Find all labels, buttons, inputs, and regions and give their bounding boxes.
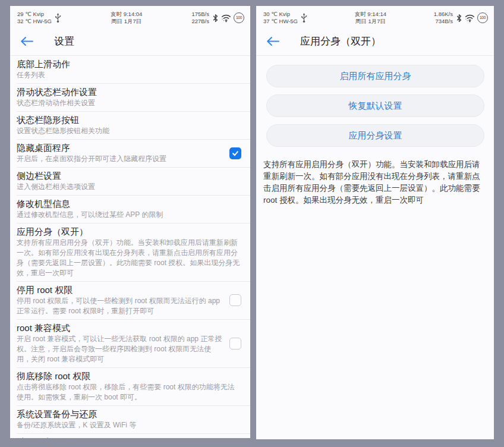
action-button-label: 恢复默认设置 xyxy=(349,100,402,112)
back-arrow-icon xyxy=(20,36,33,46)
page-title: 设置 xyxy=(54,34,74,48)
battery-percent: 100 xyxy=(236,14,242,22)
check-icon xyxy=(231,149,240,158)
settings-list-item[interactable]: 停用 root 权限 停用 root 权限后，可以使一些检测到 root 权限而… xyxy=(10,282,250,319)
settings-list: 底部上滑动作 任务列表 滑动状态栏动作设置 状态栏滑动动作相关设置 状态栏隐形按… xyxy=(10,56,250,438)
item-title: 停用 root 权限 xyxy=(17,284,225,296)
settings-list-item[interactable]: root 兼容模式 开启 root 兼容模式，可以让一些无法获取 root 权限… xyxy=(10,320,250,367)
item-checkbox[interactable] xyxy=(229,147,241,159)
settings-list-item[interactable]: 底部上滑动作 任务列表 xyxy=(10,56,250,83)
settings-list-item[interactable]: 修改机型信息 通过修改机型信息，可以绕过某些 APP 的限制 xyxy=(10,196,250,223)
item-title: 隐藏桌面程序 xyxy=(17,142,225,154)
status-bar: 29 ℃ Kvip 32 ℃ HW-5G 亥时 9:14:04 周日 1月7日 … xyxy=(10,6,250,27)
clock-date: 亥时 9:14:04 周日 1月7日 xyxy=(111,11,142,26)
network-speed: 175B/s 227B/s xyxy=(191,11,209,26)
item-description: 设置状态栏隐形按钮相关功能 xyxy=(17,126,241,136)
settings-list-item[interactable]: 应用分身（双开） 支持所有应用启用分身（双开）功能。当安装和卸载应用后请重新刷新… xyxy=(10,224,250,281)
battery-percent: 100 xyxy=(480,14,486,22)
item-description: 停用 root 权限后，可以使一些检测到 root 权限而无法运行的 app 正… xyxy=(17,296,225,316)
wifi-icon xyxy=(464,14,475,23)
item-description: 任务列表 xyxy=(17,70,241,80)
back-button[interactable] xyxy=(20,36,34,48)
item-title: 滑动状态栏动作设置 xyxy=(17,86,241,98)
wifi-icon xyxy=(220,14,232,23)
settings-list-item[interactable]: 系统设置备份与还原 备份/还原系统设置，K 设置及 WiFi 等 xyxy=(10,406,250,433)
bluetooth-icon xyxy=(456,14,462,23)
battery-icon: 100 xyxy=(234,12,244,23)
item-title: root 兼容模式 xyxy=(17,322,225,334)
settings-screen: 29 ℃ Kvip 32 ℃ HW-5G 亥时 9:14:04 周日 1月7日 … xyxy=(10,6,250,438)
item-description: 通过修改机型信息，可以绕过某些 APP 的限制 xyxy=(17,210,241,220)
clock-date: 亥时 9:14:14 周日 1月7日 xyxy=(355,11,386,26)
settings-list-item[interactable]: 结束程序白名单 xyxy=(10,434,250,438)
item-title: 状态栏隐形按钮 xyxy=(17,114,241,126)
action-button-label: 应用分身设置 xyxy=(349,130,402,141)
item-title: 底部上滑动作 xyxy=(17,58,241,70)
item-title: 应用分身（双开） xyxy=(17,226,241,238)
item-description: 点击将彻底移除 root 权限，移除后，有些需要 root 权限的功能将无法使用… xyxy=(17,382,241,402)
item-description: 进入侧边栏相关选项设置 xyxy=(17,182,241,192)
app-bar: 设置 xyxy=(10,27,250,55)
item-checkbox[interactable] xyxy=(229,338,241,350)
temperature-readout: 30 ℃ Kvip 37 ℃ HW-5G xyxy=(263,11,298,26)
page-title: 应用分身（双开） xyxy=(300,34,381,48)
settings-list-item[interactable]: 滑动状态栏动作设置 状态栏滑动动作相关设置 xyxy=(10,84,250,111)
item-title: 系统设置备份与还原 xyxy=(17,408,241,420)
app-clone-screen: 30 ℃ Kvip 37 ℃ HW-5G 亥时 9:14:14 周日 1月7日 … xyxy=(256,6,494,439)
item-description: 开启 root 兼容模式，可以让一些无法获取 root 权限的 app 正常授权… xyxy=(17,334,225,364)
action-button[interactable]: 恢复默认设置 xyxy=(266,95,484,117)
app-bar: 应用分身（双开） xyxy=(256,27,494,55)
settings-list-item[interactable]: 隐藏桌面程序 开启后，在桌面双指分开即可进入隐藏程序设置 xyxy=(10,140,250,167)
item-description: 状态栏滑动动作相关设置 xyxy=(17,98,241,108)
back-arrow-icon xyxy=(266,36,279,46)
battery-icon: 100 xyxy=(477,12,488,23)
status-bar: 30 ℃ Kvip 37 ℃ HW-5G 亥时 9:14:14 周日 1月7日 … xyxy=(256,6,494,27)
bluetooth-icon xyxy=(212,14,219,23)
item-title: 修改机型信息 xyxy=(17,198,241,210)
item-description: 备份/还原系统设置，K 设置及 WiFi 等 xyxy=(17,420,241,430)
settings-list-item[interactable]: 彻底移除 root 权限 点击将彻底移除 root 权限，移除后，有些需要 ro… xyxy=(10,368,250,405)
action-button[interactable]: 应用分身设置 xyxy=(266,124,484,147)
usb-icon xyxy=(301,13,307,23)
item-description: 支持所有应用启用分身（双开）功能。当安装和卸载应用后请重新刷新一次。如有部分应用… xyxy=(17,238,241,278)
item-checkbox[interactable] xyxy=(229,294,241,306)
item-title: 侧边栏设置 xyxy=(17,170,241,182)
action-button-stack: 启用所有应用分身 恢复默认设置 应用分身设置 xyxy=(256,56,494,147)
action-button-label: 启用所有应用分身 xyxy=(340,71,411,82)
action-button[interactable]: 启用所有应用分身 xyxy=(266,65,484,87)
back-button[interactable] xyxy=(266,36,281,48)
network-speed: 1.86K/s 734B/s xyxy=(434,11,453,26)
settings-list-item[interactable]: 状态栏隐形按钮 设置状态栏隐形按钮相关功能 xyxy=(10,112,250,139)
item-title: 结束程序白名单 xyxy=(17,436,241,438)
item-description: 开启后，在桌面双指分开即可进入隐藏程序设置 xyxy=(17,154,225,164)
item-title: 彻底移除 root 权限 xyxy=(17,370,241,382)
feature-description: 支持所有应用启用分身（双开）功能。当安装和卸载应用后请重新刷新一次。如有部分应用… xyxy=(256,154,494,206)
usb-icon xyxy=(55,13,61,23)
temperature-readout: 29 ℃ Kvip 32 ℃ HW-5G xyxy=(17,11,52,26)
settings-list-item[interactable]: 侧边栏设置 进入侧边栏相关选项设置 xyxy=(10,168,250,195)
